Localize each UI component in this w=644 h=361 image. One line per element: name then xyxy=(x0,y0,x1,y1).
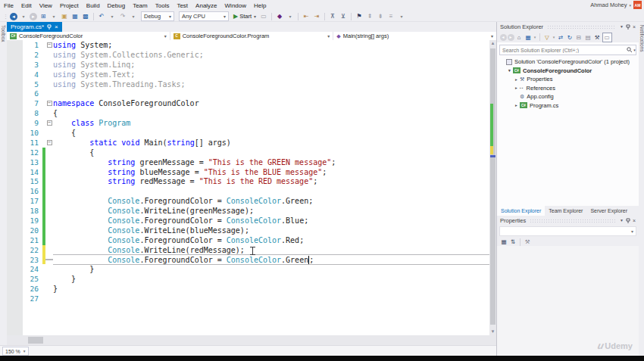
code-line-19[interactable]: 19 Console.ForegroundColor = ConsoleColo… xyxy=(23,216,489,226)
code-editor[interactable]: 1−using System;2using System.Collections… xyxy=(7,40,496,335)
user-area[interactable]: Ahmad Mohey ▾ AM xyxy=(590,1,642,9)
window-position-icon[interactable]: ▼ xyxy=(620,24,624,30)
comment-icon[interactable]: ⊼ xyxy=(328,12,337,21)
code-line-3[interactable]: 3using System.Linq; xyxy=(23,60,489,70)
save-all-icon[interactable]: ▩ xyxy=(81,12,90,21)
intellitrace-icon[interactable]: ◆ xyxy=(275,12,284,21)
search-input[interactable] xyxy=(500,48,627,53)
redo-dropdown-icon[interactable]: ▾ xyxy=(129,12,138,21)
code-line-13[interactable]: 13 string greenMessage = "This is the GR… xyxy=(23,157,489,167)
solution-platform-select[interactable]: Any CPU▾ xyxy=(179,11,229,21)
navigate-forward-icon[interactable]: ► xyxy=(30,13,37,20)
code-line-14[interactable]: 14 string blueMessage = "This is the BLU… xyxy=(23,167,489,177)
menu-tools[interactable]: Tools xyxy=(152,2,174,9)
menu-window[interactable]: Window xyxy=(221,2,250,9)
tree-item-app-config[interactable]: ⚙App.config xyxy=(497,92,639,101)
tree-item-program-cs[interactable]: ▸C#Program.cs xyxy=(497,101,639,110)
intellitrace-dropdown-icon[interactable]: ▾ xyxy=(286,12,295,21)
new-item-dropdown-icon[interactable]: ▾ xyxy=(49,12,58,21)
pin-icon[interactable] xyxy=(626,218,630,224)
expander-icon[interactable]: ▾ xyxy=(506,68,513,73)
se-back-icon[interactable]: ◄ xyxy=(500,34,507,41)
attach-icon[interactable]: ▭ xyxy=(259,12,268,21)
save-icon[interactable]: ▦ xyxy=(70,12,80,21)
code-line-18[interactable]: 18 Console.WriteLine(greenMessage); xyxy=(23,206,489,216)
se-switch-views-icon[interactable]: ▦ xyxy=(524,33,533,42)
uncomment-icon[interactable]: ⊻ xyxy=(339,12,348,21)
editor-vertical-scrollbar[interactable]: + ▲ ▼ xyxy=(489,40,496,335)
navbar-member-select[interactable]: ◆ Main(string[] args) ▾ xyxy=(333,32,496,40)
code-line-20[interactable]: 20 Console.WriteLine(blueMessage); xyxy=(23,226,489,235)
window-position-icon[interactable]: ▼ xyxy=(620,218,624,223)
code-line-21[interactable]: 21 Console.ForegroundColor = ConsoleColo… xyxy=(23,235,489,245)
code-line-23[interactable]: 23 Console.ForegroundColor = ConsoleColo… xyxy=(23,255,489,265)
se-filter-icon[interactable]: ▽ xyxy=(543,33,552,42)
tree-item-references[interactable]: ▸▪▪References xyxy=(497,84,639,93)
panel-tab-server-explorer[interactable]: Server Explorer xyxy=(586,206,631,216)
outlining-margin[interactable]: − xyxy=(45,140,53,145)
notifications-vertical-tab[interactable]: Notifications xyxy=(639,22,644,345)
close-tab-icon[interactable]: × xyxy=(55,24,58,30)
panel-tab-team-explorer[interactable]: Team Explorer xyxy=(545,206,586,216)
menu-edit[interactable]: Edit xyxy=(17,2,36,9)
open-file-icon[interactable]: ▣ xyxy=(60,12,69,21)
code-line-2[interactable]: 2using System.Collections.Generic; xyxy=(23,50,489,60)
code-line-12[interactable]: 12 { xyxy=(23,148,489,157)
solution-configuration-select[interactable]: Debug▾ xyxy=(141,11,174,21)
search-icon[interactable]: ▾ xyxy=(627,47,636,53)
start-debug-button[interactable]: ▶Start▾ xyxy=(233,13,256,20)
scroll-up-icon[interactable]: ▲ xyxy=(489,40,496,47)
navigate-backward-dropdown-icon[interactable]: ▾ xyxy=(19,12,28,21)
menu-help[interactable]: Help xyxy=(250,2,270,9)
se-sync-icon[interactable]: ⇄ xyxy=(557,33,565,42)
code-line-17[interactable]: 17 Console.ForegroundColor = ConsoleColo… xyxy=(23,196,489,206)
undo-dropdown-icon[interactable]: ▾ xyxy=(108,12,117,21)
expander-icon[interactable]: ▸ xyxy=(513,103,520,107)
new-project-icon[interactable]: ⊞ xyxy=(39,12,48,21)
se-home-icon[interactable]: ⌂ xyxy=(515,33,524,42)
tree-item-properties[interactable]: ▸⚒Properties xyxy=(497,75,639,84)
se-refresh-icon[interactable]: ↻ xyxy=(566,33,574,42)
code-line-7[interactable]: 7−namespace ConsoleForegroundColor xyxy=(23,98,489,108)
outlining-margin[interactable]: − xyxy=(45,120,53,126)
close-panel-icon[interactable]: × xyxy=(633,218,636,223)
horizontal-scroll-thumb[interactable] xyxy=(28,337,43,344)
navigate-backward-icon[interactable]: ◄ xyxy=(10,13,17,20)
se-preview-item-icon[interactable]: ▭ xyxy=(602,33,612,42)
code-line-27[interactable]: 27 xyxy=(23,294,489,303)
code-line-26[interactable]: 26} xyxy=(23,284,489,294)
decrease-indent-icon[interactable]: ⇤ xyxy=(302,12,311,21)
se-collapse-all-icon[interactable]: ⊟ xyxy=(575,33,583,42)
scroll-down-icon[interactable]: ▼ xyxy=(489,328,496,335)
code-line-8[interactable]: 8{ xyxy=(23,108,489,118)
bookmark-icon[interactable]: ⚑ xyxy=(355,12,364,21)
code-line-25[interactable]: 25 } xyxy=(23,274,489,284)
menu-debug[interactable]: Debug xyxy=(104,2,130,9)
pin-icon[interactable] xyxy=(626,24,630,30)
menu-view[interactable]: View xyxy=(36,2,56,9)
toolbar-overflow-icon[interactable]: ▾ xyxy=(397,12,406,21)
expander-icon[interactable]: ▸ xyxy=(513,86,520,90)
menu-test[interactable]: Test xyxy=(173,2,192,9)
editor-horizontal-scrollbar[interactable] xyxy=(7,335,489,345)
properties-object-select[interactable]: ▾ xyxy=(499,226,636,236)
user-dropdown-icon[interactable]: ▾ xyxy=(629,3,631,8)
increase-indent-icon[interactable]: ⇥ xyxy=(312,12,321,21)
editor-zoom-select[interactable]: 150 % ▾ xyxy=(2,347,29,356)
code-line-9[interactable]: 9− class Program xyxy=(23,118,489,128)
code-line-11[interactable]: 11− static void Main(string[] args) xyxy=(23,138,489,148)
tree-item-solution-consoleforegroundcolor-1-project[interactable]: Solution 'ConsoleForegroundColor' (1 pro… xyxy=(497,58,639,67)
undo-icon[interactable]: ↶ xyxy=(97,12,106,21)
menu-build[interactable]: Build xyxy=(83,2,104,9)
vertical-scroll-thumb[interactable] xyxy=(490,48,496,325)
menu-file[interactable]: File xyxy=(0,2,17,9)
outlining-margin[interactable]: − xyxy=(45,101,53,106)
collapse-region-icon[interactable]: − xyxy=(47,101,52,106)
se-show-all-files-icon[interactable]: ▤ xyxy=(584,33,592,42)
se-properties-icon[interactable]: ⚒ xyxy=(593,33,602,42)
outlining-margin[interactable]: − xyxy=(45,42,53,48)
code-line-15[interactable]: 15 string redMessage = "This is the RED … xyxy=(23,176,489,186)
code-line-16[interactable]: 16 xyxy=(23,186,489,196)
code-line-5[interactable]: 5using System.Threading.Tasks; xyxy=(23,79,489,89)
props-alphabetical-icon[interactable]: ⇅ xyxy=(509,238,517,246)
